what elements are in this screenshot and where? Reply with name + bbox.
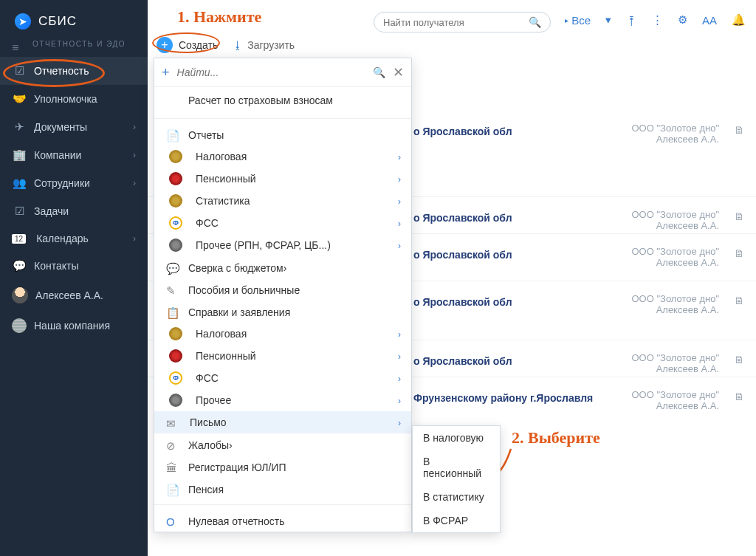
menu-item-Пенсионный[interactable]: Пенсионный› bbox=[154, 345, 411, 367]
sidebar: ➤ СБИС ≡ ОТЧЕТНОСТЬ И ЭДО ☑Отчетность🤝Уп… bbox=[0, 0, 148, 556]
sidebar-item-Алексеев А.А.[interactable]: Алексеев А.А. bbox=[0, 280, 148, 311]
menu-group-Сверка с бюджетом[interactable]: 💬Сверка с бюджетом› bbox=[154, 256, 411, 278]
upload-icon[interactable]: ⭱ bbox=[626, 14, 637, 27]
nav-label: Контакты bbox=[34, 260, 78, 272]
nav-label: Задачи bbox=[34, 205, 69, 217]
group-label: Пенсия bbox=[188, 484, 224, 495]
logo[interactable]: ➤ СБИС bbox=[0, 0, 148, 40]
filter-all[interactable]: Все bbox=[565, 14, 591, 27]
row-meta: ООО "Золотое дно"Алексеев А.А. bbox=[631, 352, 719, 374]
create-panel: + 🔍 ✕ Расчет по страховым взносам 📄Отчет… bbox=[154, 58, 412, 532]
menu-item-ФСС[interactable]: ФФСС› bbox=[154, 212, 411, 234]
menu-group-Письмо[interactable]: ✉Письмо› bbox=[154, 411, 411, 433]
row-doc-icon[interactable]: 🗎 bbox=[734, 124, 744, 136]
avatar-icon bbox=[12, 287, 28, 303]
settings-icon[interactable]: ⚙ bbox=[678, 13, 687, 27]
item-label: Прочее bbox=[196, 394, 231, 406]
filter-icon[interactable]: ▾ bbox=[605, 13, 611, 27]
menu-group-Справки и заявления[interactable]: 📋Справки и заявления bbox=[154, 301, 411, 323]
panel-plus-icon[interactable]: + bbox=[162, 65, 170, 80]
chevron-right-icon: › bbox=[133, 178, 136, 188]
recent-item[interactable]: Расчет по страховым взносам bbox=[154, 87, 411, 114]
menu-group-Пособия и больничные[interactable]: ✎Пособия и больничные bbox=[154, 278, 411, 301]
panel-close-icon[interactable]: ✕ bbox=[393, 64, 404, 80]
menu-item-Налоговая[interactable]: Налоговая› bbox=[154, 323, 411, 345]
chevron-right-icon: › bbox=[284, 262, 287, 274]
group-icon: 💬 bbox=[166, 262, 180, 275]
menu-group-Отчеты[interactable]: 📄Отчеты bbox=[154, 123, 411, 145]
sidebar-item-Задачи[interactable]: ☑Задачи bbox=[0, 197, 148, 225]
group-label: Справки и заявления bbox=[188, 306, 290, 318]
search-icon[interactable]: 🔍 bbox=[529, 16, 541, 28]
row-doc-icon[interactable]: 🗎 bbox=[734, 354, 744, 365]
nav-label: Уполномочка bbox=[34, 93, 97, 105]
sidebar-item-Уполномочка[interactable]: 🤝Уполномочка bbox=[0, 85, 148, 113]
letter-submenu: В налоговуюВ пенсионныйВ статистикуВ ФСР… bbox=[412, 425, 501, 533]
row-meta: ООО "Золотое дно"Алексеев А.А. bbox=[631, 246, 719, 268]
nav-label: Документы bbox=[34, 121, 87, 133]
null-reporting-icon: O bbox=[166, 515, 175, 528]
sidebar-item-Компании[interactable]: 🏢Компании› bbox=[0, 141, 148, 169]
sidebar-item-Наша компания[interactable]: Наша компания bbox=[0, 311, 148, 340]
sidebar-item-Документы[interactable]: ✈Документы› bbox=[0, 113, 148, 141]
search-input[interactable] bbox=[383, 17, 529, 28]
nav-label: Компании bbox=[34, 149, 81, 161]
chevron-right-icon: › bbox=[398, 174, 401, 185]
nav-label: Сотрудники bbox=[34, 177, 90, 189]
chevron-right-icon: › bbox=[133, 233, 136, 244]
hamburger-icon[interactable]: ≡ bbox=[12, 41, 18, 55]
group-label: Жалобы bbox=[188, 439, 229, 451]
app-name: СБИС bbox=[38, 14, 77, 29]
nav-icon: 🏢 bbox=[12, 148, 27, 162]
chevron-right-icon: › bbox=[398, 219, 401, 229]
chevron-right-icon: › bbox=[398, 152, 401, 162]
menu-item-Прочее[interactable]: Прочее› bbox=[154, 389, 411, 411]
menu-item-Налоговая[interactable]: Налоговая› bbox=[154, 145, 411, 168]
annotation-1: 1. Нажмите bbox=[177, 7, 261, 27]
row-doc-icon[interactable]: 🗎 bbox=[734, 295, 744, 306]
bell-icon[interactable]: 🔔 bbox=[732, 13, 746, 27]
chevron-right-icon: › bbox=[133, 150, 136, 160]
null-reporting-label: Нулевая отчетность bbox=[188, 515, 284, 527]
emblem-icon bbox=[169, 349, 182, 363]
sidebar-item-Контакты[interactable]: 💬Контакты bbox=[0, 252, 148, 280]
menu-item-Пенсионный[interactable]: Пенсионный› bbox=[154, 168, 411, 190]
menu-item-Прочее (РПН, ФСРАР, ЦБ...)[interactable]: Прочее (РПН, ФСРАР, ЦБ...)› bbox=[154, 234, 411, 256]
submenu-item-В налоговую[interactable]: В налоговую bbox=[413, 426, 500, 450]
more-icon[interactable]: ⋮ bbox=[652, 13, 663, 27]
menu-null-reporting[interactable]: O Нулевая отчетность bbox=[154, 509, 411, 532]
create-button[interactable]: + Создать bbox=[157, 37, 218, 53]
panel-search-icon[interactable]: 🔍 bbox=[373, 66, 385, 78]
submenu-item-В ФСРАР[interactable]: В ФСРАР bbox=[413, 509, 500, 532]
group-icon: 📋 bbox=[166, 306, 180, 320]
row-doc-icon[interactable]: 🗎 bbox=[734, 247, 744, 259]
menu-item-Статистика[interactable]: Статистика› bbox=[154, 190, 411, 212]
nav-label: Наша компания bbox=[34, 320, 110, 332]
search-box[interactable]: 🔍 bbox=[374, 12, 551, 32]
menu-group-Регистрация ЮЛ/ИП[interactable]: 🏛Регистрация ЮЛ/ИП bbox=[154, 456, 411, 478]
nav-icon: 🤝 bbox=[12, 92, 27, 106]
sidebar-item-Сотрудники[interactable]: 👥Сотрудники› bbox=[0, 169, 148, 197]
section-title: ОТЧЕТНОСТЬ И ЭДО bbox=[0, 40, 148, 57]
item-label: Пенсионный bbox=[196, 173, 256, 185]
menu-group-Жалобы[interactable]: ⊘Жалобы› bbox=[154, 433, 411, 456]
emblem-icon bbox=[169, 194, 182, 207]
submenu-item-В пенсионный[interactable]: В пенсионный bbox=[413, 450, 500, 485]
row-doc-icon[interactable]: 🗎 bbox=[734, 210, 744, 222]
menu-item-ФСС[interactable]: ФФСС› bbox=[154, 367, 411, 389]
fss-icon: Ф bbox=[169, 216, 182, 230]
chevron-right-icon: › bbox=[398, 351, 401, 362]
panel-search-input[interactable] bbox=[177, 66, 365, 78]
sidebar-item-Отчетность[interactable]: ☑Отчетность bbox=[0, 57, 148, 85]
submenu-item-В статистику[interactable]: В статистику bbox=[413, 485, 500, 509]
fontsize-icon[interactable]: AA bbox=[702, 14, 717, 27]
upload-button[interactable]: ⭳ Загрузить bbox=[233, 39, 295, 51]
menu-group-Пенсия[interactable]: 📄Пенсия bbox=[154, 478, 411, 500]
group-label: Письмо bbox=[190, 416, 227, 428]
item-label: ФСС bbox=[196, 372, 219, 384]
item-label: Прочее (РПН, ФСРАР, ЦБ...) bbox=[196, 239, 331, 251]
nav-label: Алексеев А.А. bbox=[35, 289, 103, 301]
row-doc-icon[interactable]: 🗎 bbox=[734, 391, 744, 402]
sidebar-item-Календарь[interactable]: 12Календарь› bbox=[0, 225, 148, 252]
group-label: Регистрация ЮЛ/ИП bbox=[188, 461, 286, 473]
